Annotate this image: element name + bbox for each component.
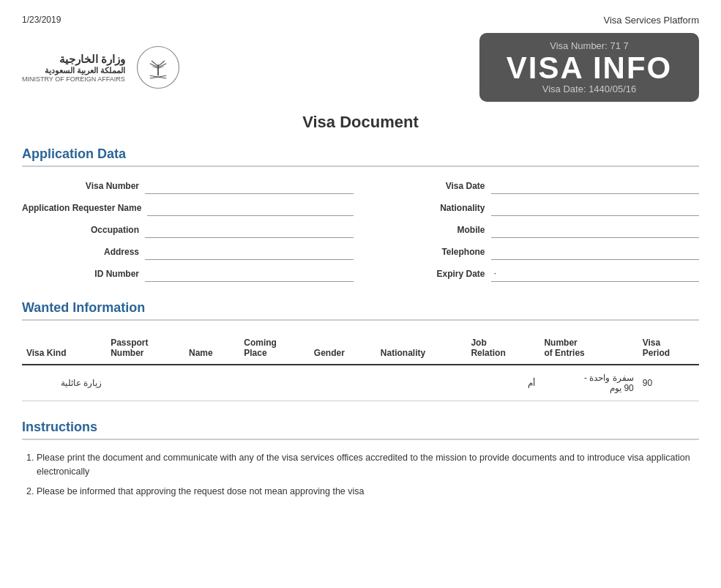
col-job-relation: JobRelation xyxy=(466,332,539,365)
instructions-section: Instructions Please print the document a… xyxy=(22,420,699,498)
occupation-row: Occupation xyxy=(22,222,354,238)
instruction-item-2: Please be informed that approving the re… xyxy=(37,485,699,499)
col-name: Name xyxy=(184,332,239,365)
cell-job-relation: أم xyxy=(466,365,539,401)
nationality-row: Nationality xyxy=(368,200,700,216)
instructions-list: Please print the document and communicat… xyxy=(22,451,699,498)
expiry-date-value: · xyxy=(491,266,700,282)
address-label: Address xyxy=(22,247,139,257)
cell-visa-period: 90 xyxy=(638,365,699,401)
id-number-row: ID Number xyxy=(22,266,354,282)
page-title: Visa Document xyxy=(22,113,699,132)
logo-area: وزارة الخارجية المملكة العربية السعودية … xyxy=(22,45,180,89)
visa-date-field-value xyxy=(491,178,700,194)
mobile-row: Mobile xyxy=(368,222,700,238)
cell-name xyxy=(184,365,239,401)
address-value xyxy=(145,244,354,260)
table-header-row: Visa Kind PassportNumber Name ComingPlac… xyxy=(22,332,699,365)
saudi-emblem xyxy=(136,45,180,89)
occupation-label: Occupation xyxy=(22,225,139,235)
english-ministry-name: MINISTRY OF FOREIGN AFFAIRS xyxy=(22,75,125,83)
wanted-info-table: Visa Kind PassportNumber Name ComingPlac… xyxy=(22,332,699,401)
col-nationality: Nationality xyxy=(376,332,467,365)
application-data-section: Application Data Visa Number Application… xyxy=(22,146,699,282)
visa-date-label: Visa Date: xyxy=(542,83,586,94)
logo-text: وزارة الخارجية المملكة العربية السعودية … xyxy=(22,53,125,83)
mobile-value xyxy=(491,222,700,238)
col-visa-kind: Visa Kind xyxy=(22,332,106,365)
telephone-label: Telephone xyxy=(368,247,485,257)
col-passport-number: PassportNumber xyxy=(106,332,184,365)
requester-name-row: Application Requester Name xyxy=(22,200,354,216)
application-data-grid: Visa Number Application Requester Name O… xyxy=(22,178,699,282)
visa-number-field-value xyxy=(145,178,354,194)
cell-gender xyxy=(310,365,376,401)
header-section: وزارة الخارجية المملكة العربية السعودية … xyxy=(22,33,699,102)
id-number-value xyxy=(145,266,354,282)
cell-coming-place xyxy=(239,365,310,401)
telephone-row: Telephone xyxy=(368,244,700,260)
requester-name-value xyxy=(147,200,353,216)
visa-number-label: Visa Number: xyxy=(550,40,608,51)
visa-number-row: Visa Number xyxy=(22,178,354,194)
cell-nationality xyxy=(376,365,467,401)
cell-visa-kind: زيارة عائلية xyxy=(22,365,106,401)
nationality-label: Nationality xyxy=(368,203,485,213)
application-data-title: Application Data xyxy=(22,146,699,167)
application-data-right: Visa Date Nationality Mobile Telephone E… xyxy=(368,178,700,282)
arabic-ministry-name-line2: المملكة العربية السعودية xyxy=(22,66,125,75)
id-number-label: ID Number xyxy=(22,269,139,279)
expiry-date-row: Expiry Date · xyxy=(368,266,700,282)
telephone-value xyxy=(491,244,700,260)
arabic-ministry-name-line1: وزارة الخارجية xyxy=(22,53,125,66)
expiry-date-label: Expiry Date xyxy=(368,269,485,279)
visa-number-field-label: Visa Number xyxy=(22,181,139,191)
visa-info-box: Visa Number: 71 7 VISA INFO Visa Date: 1… xyxy=(479,33,699,102)
table-row: زيارة عائلية أم سفرة واحدة -90 يوم 90 xyxy=(22,365,699,401)
visa-number-line: Visa Number: 71 7 xyxy=(494,40,684,51)
platform-title: Visa Services Platform xyxy=(603,15,699,26)
visa-date-value: 1440/05/16 xyxy=(589,83,636,94)
visa-info-title: VISA INFO xyxy=(494,53,684,83)
document-date: 1/23/2019 xyxy=(22,15,61,25)
application-data-left: Visa Number Application Requester Name O… xyxy=(22,178,354,282)
address-row: Address xyxy=(22,244,354,260)
col-visa-period: VisaPeriod xyxy=(638,332,699,365)
instruction-item-1: Please print the document and communicat… xyxy=(37,451,699,479)
requester-name-label: Application Requester Name xyxy=(22,203,141,213)
visa-date-row: Visa Date xyxy=(368,178,700,194)
occupation-value xyxy=(145,222,354,238)
col-gender: Gender xyxy=(310,332,376,365)
wanted-information-section: Wanted Information Visa Kind PassportNum… xyxy=(22,300,699,401)
cell-passport-number xyxy=(106,365,184,401)
wanted-info-title: Wanted Information xyxy=(22,300,699,321)
col-number-of-entries: Numberof Entries xyxy=(539,332,638,365)
visa-number-value: 71 7 xyxy=(610,40,628,51)
col-coming-place: ComingPlace xyxy=(239,332,310,365)
instructions-title: Instructions xyxy=(22,420,699,440)
nationality-value xyxy=(491,200,700,216)
visa-date-line: Visa Date: 1440/05/16 xyxy=(494,83,684,94)
top-bar: 1/23/2019 Visa Services Platform xyxy=(22,15,699,26)
cell-number-of-entries: سفرة واحدة -90 يوم xyxy=(539,365,638,401)
visa-date-field-label: Visa Date xyxy=(368,181,485,191)
mobile-label: Mobile xyxy=(368,225,485,235)
